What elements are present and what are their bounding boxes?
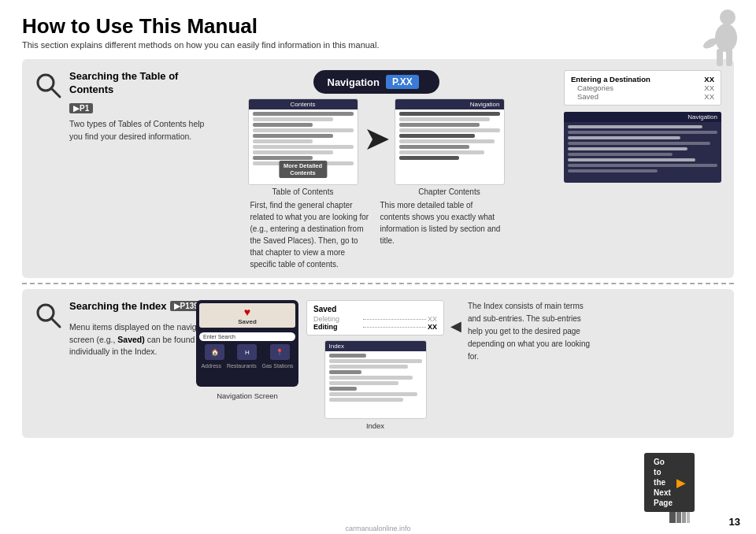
top-section-heading: Searching the Table of Contents xyxy=(69,70,215,97)
nav-screen-bottom-icons: Address Restaurants Gas Stations xyxy=(199,363,295,369)
nav-screenshot-header: Navigation xyxy=(564,112,721,122)
go-next-label: Go to the Next Page xyxy=(654,457,673,508)
page-subtitle: This section explains different methods … xyxy=(22,40,734,50)
arrow-indicator-icon: ◀ xyxy=(450,317,461,335)
watermark: carmanualonline.info xyxy=(345,525,410,532)
top-section-desc: Two types of Tables of Contents help you… xyxy=(69,118,215,143)
dest-categories-xx: XX xyxy=(704,83,714,92)
dest-title-text: Entering a Destination xyxy=(571,75,650,83)
go-next-wrap: Go to the Next Page ▶ xyxy=(669,498,709,523)
nav-icon-3: 📍 xyxy=(270,344,290,360)
chapter-nav-header: Navigation xyxy=(395,99,504,109)
arrow-right-icon: ➤ xyxy=(365,123,388,156)
svg-line-6 xyxy=(51,88,60,97)
toc-header: Contents xyxy=(249,99,358,109)
bottom-section-desc: Menu items displayed on the navigation s… xyxy=(69,321,215,358)
bottom-section: Searching the Index ▶P139 Menu items dis… xyxy=(22,289,734,438)
index-explanation: The Index consists of main terms and sub… xyxy=(468,300,594,363)
top-section-right: Entering a Destination XX Categories XX … xyxy=(564,70,721,183)
nav-screen-bottom: Enter Search 🏠 H 📍 Address Restaurants G… xyxy=(196,331,298,370)
saved-editing-deleting: Deleting XX xyxy=(313,315,437,323)
nav-screen-icons: 🏠 H 📍 xyxy=(199,344,295,360)
saved-editing-title: Saved xyxy=(313,305,437,313)
heart-icon: ♥ xyxy=(202,306,293,318)
dest-saved: Saved xyxy=(577,92,598,101)
dest-box: Entering a Destination XX Categories XX … xyxy=(564,70,721,106)
svg-rect-2 xyxy=(717,49,723,66)
index-header: Index xyxy=(325,341,426,351)
go-next-line1: Go to the xyxy=(654,457,673,488)
bottom-section-heading: Searching the Index xyxy=(69,300,167,313)
nav-icon-2: H xyxy=(237,344,257,360)
saved-editing-editing: Editing XX xyxy=(313,323,437,331)
top-section-left: Searching the Table of Contents ▶P1 Two … xyxy=(69,70,215,143)
desc-left: First, find the general chapter related … xyxy=(250,199,372,270)
index-label: Index xyxy=(366,421,384,430)
index-wrap: Index Index xyxy=(324,340,427,430)
dest-categories: Categories xyxy=(577,83,613,92)
go-next-line2: Next Page xyxy=(654,488,673,508)
nav-screen-wrap: ♥ Saved Enter Search 🏠 H 📍 Address Resta… xyxy=(196,300,298,400)
saved-editing-wrap: Saved Deleting XX Editing XX xyxy=(306,300,444,430)
top-section-page-ref: ▶P1 xyxy=(69,103,93,113)
desc-right: This more detailed table of contents sho… xyxy=(380,199,502,270)
editing-xx: XX xyxy=(428,323,437,331)
saved-editing-box: Saved Deleting XX Editing XX xyxy=(306,300,444,336)
bottom-desc-bold: Saved) xyxy=(117,335,144,344)
nav-screenshot: Navigation xyxy=(564,112,721,183)
nav-icon-1: 🏠 xyxy=(205,344,224,360)
svg-point-1 xyxy=(715,24,737,52)
deleting-label: Deleting xyxy=(313,315,339,323)
nav-screen-label: Navigation Screen xyxy=(217,391,278,400)
nav-bar-mockup: Navigation P.XX xyxy=(313,70,439,94)
person-silhouette xyxy=(687,8,742,71)
section-divider xyxy=(22,283,734,284)
toc-mockup: Contents Mor xyxy=(248,98,358,185)
go-next-arrow-icon: ▶ xyxy=(676,477,685,489)
index-mockup: Index xyxy=(324,340,427,419)
top-center-section: Navigation P.XX Contents xyxy=(196,70,556,270)
editing-label: Editing xyxy=(313,323,338,331)
nav-bar-label: Navigation xyxy=(328,76,380,88)
toc-label: Table of Contents xyxy=(248,187,358,196)
search-icon-bottom xyxy=(35,302,63,330)
page-number: 13 xyxy=(729,516,740,528)
svg-point-0 xyxy=(720,9,736,25)
nav-screen-saved-card: ♥ Saved xyxy=(199,303,295,328)
saved-label-nav: Saved xyxy=(238,318,257,325)
dest-saved-xx: XX xyxy=(704,92,714,101)
go-next-button[interactable]: Go to the Next Page ▶ xyxy=(644,453,695,512)
top-section: Searching the Table of Contents ▶P1 Two … xyxy=(22,59,734,278)
nav-screen-mockup: ♥ Saved Enter Search 🏠 H 📍 Address Resta… xyxy=(196,300,298,387)
search-icon-top xyxy=(35,72,63,100)
more-detailed-label: More DetailedContents xyxy=(279,161,327,178)
chapter-mockup: Navigation xyxy=(395,98,505,185)
nav-bar-page: P.XX xyxy=(386,75,419,89)
bottom-desc-row: First, find the general chapter related … xyxy=(250,199,502,270)
svg-rect-3 xyxy=(726,49,732,66)
page-title: How to Use This Manual xyxy=(22,14,734,39)
svg-line-8 xyxy=(51,318,60,327)
bottom-section-left: Searching the Index ▶P139 Menu items dis… xyxy=(69,300,215,358)
nav-screen-search: Enter Search xyxy=(199,332,295,341)
dest-title-xx: XX xyxy=(704,75,714,83)
chapter-label: Chapter Contents xyxy=(395,187,505,196)
deleting-xx: XX xyxy=(428,315,437,323)
bottom-right-diagram: Saved Deleting XX Editing XX xyxy=(306,300,721,430)
